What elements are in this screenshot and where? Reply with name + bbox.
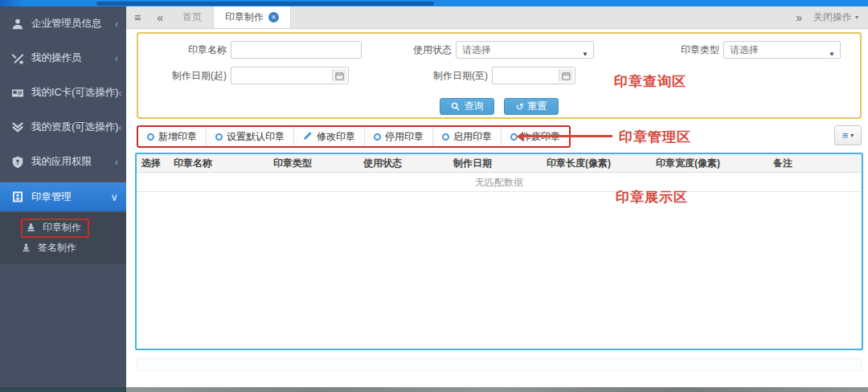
bottom-edge-strip (0, 387, 868, 392)
date-from-label: 制作日期(起) (143, 67, 227, 84)
main-area: ≡ « 首页 印章制作 × » 关闭操作 ▾ 印章名称 使用状态 请选择 (126, 6, 868, 387)
stamp-icon (26, 222, 37, 233)
seal-management-toolbar: 新增印章 设置默认印章 修改印章 停用印章 (137, 125, 571, 148)
seal-name-label: 印章名称 (143, 41, 227, 59)
set-default-seal-button[interactable]: 设置默认印章 (207, 127, 294, 146)
sidebar-subitem-label: 印章制作 (43, 221, 81, 235)
chevron-left-icon: ‹ (118, 121, 121, 133)
caret-down-icon: ▾ (850, 132, 854, 139)
caret-down-icon: ▾ (855, 14, 858, 21)
search-button[interactable]: 查询 (440, 98, 494, 115)
tab-bar: ≡ « 首页 印章制作 × » 关闭操作 ▾ (126, 6, 868, 29)
sidebar-item-ic-card[interactable]: 我的IC卡(可选操作) ‹ (0, 76, 126, 110)
reset-button-label: 重置 (528, 100, 547, 113)
signature-stamp-icon (21, 243, 32, 254)
bottom-edge-right (126, 387, 868, 392)
disable-seal-button[interactable]: 停用印章 (365, 127, 433, 146)
use-status-value: 请选择 (462, 44, 491, 55)
query-region-annotation: 印章查询区 (614, 72, 686, 91)
grid-view-options-button[interactable]: ≡ ▾ (834, 125, 862, 145)
bottom-edge-left (0, 387, 126, 392)
tabbar-spacer (291, 6, 788, 28)
browser-top-strip (0, 0, 868, 6)
chevron-left-icon: ‹ (115, 156, 118, 168)
seal-management-submenu: 印章制作 签名制作 (0, 213, 126, 264)
user-icon (11, 17, 25, 31)
sidebar-item-label: 我的资质(可选操作) (31, 120, 118, 134)
column-header-seal-width[interactable]: 印章宽度(像素) (651, 154, 768, 172)
date-from-input[interactable] (231, 67, 349, 84)
toolbar-annotation: 印章管理区 (619, 128, 691, 146)
search-button-label: 查询 (464, 100, 483, 113)
shield-icon (11, 155, 25, 169)
tool-button-label: 新增印章 (158, 130, 197, 144)
seal-name-input[interactable] (231, 41, 362, 59)
display-region-annotation: 印章展示区 (616, 188, 688, 206)
calendar-icon[interactable] (559, 69, 573, 82)
scroll-tabs-right-icon[interactable]: » (788, 6, 810, 28)
seal-display-region: 选择 印章名称 印章类型 使用状态 制作日期 印章长度(像素) 印章宽度(像素)… (135, 153, 863, 350)
sidebar: 企业管理员信息 ‹ 我的操作员 ‹ 我的IC卡(可选操作) ‹ 我的资质(可选操… (0, 6, 126, 387)
qualification-icon (11, 120, 25, 134)
sidebar-subitem-signature-making[interactable]: 签名制作 (0, 238, 126, 258)
add-seal-circle-icon (147, 133, 154, 141)
hamburger-menu-icon[interactable]: ≡ (126, 6, 149, 28)
sidebar-item-label: 企业管理员信息 (31, 17, 115, 31)
column-header-seal-length[interactable]: 印章长度(像素) (542, 154, 651, 172)
tool-button-label: 停用印章 (385, 130, 424, 144)
reset-icon: ↺ (515, 102, 523, 112)
column-header-seal-type[interactable]: 印章类型 (268, 154, 358, 172)
sidebar-item-app-permissions[interactable]: 我的应用权限 ‹ (0, 145, 126, 179)
enable-seal-button[interactable]: 启用印章 (433, 127, 502, 146)
seal-type-select[interactable]: 请选择 ▼ (723, 41, 841, 59)
close-operations-dropdown[interactable]: 关闭操作 ▾ (810, 6, 868, 28)
date-to-input[interactable] (492, 67, 575, 84)
column-header-make-date[interactable]: 制作日期 (448, 154, 542, 172)
disable-seal-circle-icon (374, 133, 381, 141)
pagination-strip (137, 358, 862, 371)
use-status-label: 使用状态 (368, 41, 452, 59)
column-header-select[interactable]: 选择 (137, 154, 169, 172)
tab-label: 印章制作 (225, 10, 264, 24)
select-caret-icon: ▼ (582, 47, 588, 63)
table-header-row: 选择 印章名称 印章类型 使用状态 制作日期 印章长度(像素) 印章宽度(像素)… (137, 154, 862, 173)
column-header-remarks[interactable]: 备注 (768, 154, 862, 172)
tab-home[interactable]: 首页 (171, 6, 213, 28)
app-window: 企业管理员信息 ‹ 我的操作员 ‹ 我的IC卡(可选操作) ‹ 我的资质(可选操… (0, 0, 868, 392)
red-arrow-annotation (524, 135, 612, 137)
sidebar-item-admin-info[interactable]: 企业管理员信息 ‹ (0, 6, 126, 41)
ic-card-icon (11, 86, 25, 100)
seal-type-label: 印章类型 (636, 41, 719, 59)
seal-query-region: 印章名称 使用状态 请选择 ▼ 印章类型 请选择 ▼ 制作日期(起) (137, 32, 862, 119)
edit-seal-button[interactable]: 修改印章 (294, 127, 365, 146)
browser-title-blur (96, 2, 434, 6)
column-header-seal-name[interactable]: 印章名称 (169, 154, 268, 172)
column-header-use-status[interactable]: 使用状态 (358, 154, 448, 172)
search-button-row: 查询 ↺ 重置 (138, 98, 860, 115)
scroll-tabs-left-icon[interactable]: « (149, 6, 171, 28)
chevron-left-icon: ‹ (115, 52, 118, 64)
tab-close-icon[interactable]: × (268, 12, 279, 22)
add-seal-button[interactable]: 新增印章 (138, 127, 207, 146)
close-operations-label: 关闭操作 (813, 10, 852, 24)
sidebar-subitem-seal-making[interactable]: 印章制作 (0, 218, 126, 238)
edit-seal-pencil-icon (303, 131, 313, 143)
sidebar-item-label: 我的应用权限 (31, 155, 115, 169)
seal-management-toolbar-row: 新增印章 设置默认印章 修改印章 停用印章 (137, 125, 862, 148)
date-to-label: 制作日期(至) (404, 67, 488, 84)
tool-button-label: 设置默认印章 (227, 130, 285, 144)
use-status-select[interactable]: 请选择 ▼ (456, 41, 594, 59)
chevron-left-icon: ‹ (115, 18, 118, 30)
sidebar-item-operators[interactable]: 我的操作员 ‹ (0, 41, 126, 76)
tool-button-label: 修改印章 (317, 130, 355, 144)
calendar-icon[interactable] (332, 69, 346, 82)
sidebar-item-label: 印章管理 (31, 190, 110, 204)
sidebar-item-qualifications[interactable]: 我的资质(可选操作) ‹ (0, 110, 126, 145)
empty-state-row: 无匹配数据 (137, 173, 862, 192)
content-area: 印章名称 使用状态 请选择 ▼ 印章类型 请选择 ▼ 制作日期(起) (126, 29, 868, 386)
list-icon: ≡ (842, 130, 849, 141)
reset-button[interactable]: ↺ 重置 (504, 98, 558, 115)
sidebar-item-seal-management[interactable]: 印章管理 ∨ (0, 182, 126, 211)
tab-seal-making[interactable]: 印章制作 × (213, 6, 291, 28)
tool-button-label: 启用印章 (453, 130, 492, 144)
